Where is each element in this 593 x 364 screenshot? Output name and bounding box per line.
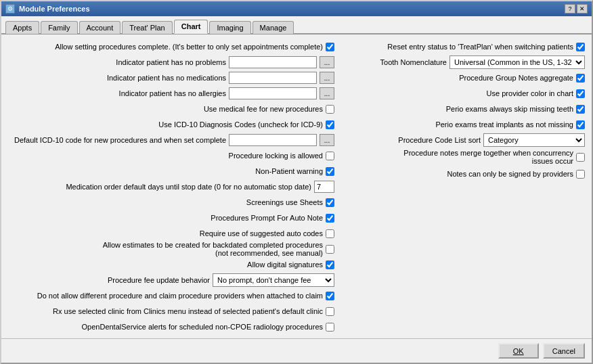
label-opendentalservice-alerts: OpenDentalService alerts for scheduled n… (82, 323, 323, 331)
checkbox-perio-skip-missing[interactable] (576, 105, 585, 114)
input-indicator-no-medications[interactable] (229, 72, 317, 84)
select-procedure-code-list-sort[interactable]: Category Procedure Code Description (483, 133, 585, 147)
label-tooth-nomenclature: Tooth Nomenclature (380, 58, 447, 66)
label-allow-setting-procedures: Allow setting procedures complete. (It's… (55, 43, 323, 51)
label-notes-signed-by-providers: Notes can only be signed by providers (447, 170, 574, 178)
app-icon: ⚙ (5, 4, 15, 14)
select-fee-update-behavior[interactable]: No prompt, don't change fee Prompt to up… (213, 273, 334, 287)
browse-no-allergies[interactable]: ... (320, 87, 334, 99)
label-procedure-code-list-sort: Procedure Code List sort (398, 136, 481, 144)
checkbox-procedures-prompt-autonote[interactable] (326, 214, 334, 223)
ok-button[interactable]: OK (498, 343, 539, 359)
checkbox-digital-signatures[interactable] (326, 260, 334, 269)
input-indicator-no-allergies[interactable] (229, 87, 317, 99)
row-allow-setting-procedures: Allow setting procedures complete. (It's… (8, 40, 334, 53)
row-procedure-code-list-sort: Procedure Code List sort Category Proced… (341, 133, 585, 147)
tab-account[interactable]: Account (79, 21, 121, 34)
row-procedure-notes-merge: Procedure notes merge together when conc… (341, 149, 585, 165)
row-fee-update-behavior: Procedure fee update behavior No prompt,… (8, 273, 334, 287)
row-medical-fee: Use medical fee for new procedures (8, 102, 334, 116)
label-procedure-notes-merge: Procedure notes merge together when conc… (391, 149, 573, 165)
label-medication-days: Medication order default days until stop… (66, 183, 311, 191)
row-notes-signed-by-providers: Notes can only be signed by providers (341, 167, 585, 181)
browse-no-medications[interactable]: ... (320, 72, 334, 84)
title-bar-left: ⚙ Module Preferences (5, 4, 90, 14)
label-icd10: Use ICD-10 Diagnosis Codes (uncheck for … (158, 120, 323, 129)
checkbox-non-patient-warning[interactable] (326, 167, 334, 176)
label-non-patient-warning: Non-Patient warning (255, 167, 323, 175)
label-indicator-no-allergies: Indicator patient has no allergies (119, 89, 226, 97)
left-panel: Allow setting procedures complete. (It's… (8, 40, 334, 333)
row-non-patient-warning: Non-Patient warning (8, 164, 334, 178)
row-require-auto-codes: Require use of suggested auto codes (8, 227, 334, 240)
checkbox-allow-estimates-backdated[interactable] (326, 245, 334, 254)
title-bar-buttons: ? ✕ (565, 4, 588, 14)
row-icd10: Use ICD-10 Diagnosis Codes (uncheck for … (8, 118, 334, 131)
browse-default-icd10[interactable]: ... (320, 134, 334, 146)
checkbox-provider-color-chart[interactable] (576, 89, 585, 98)
row-no-different-procedure-providers: Do not allow different procedure and cla… (8, 289, 334, 302)
cancel-button[interactable]: Cancel (543, 343, 585, 359)
label-procedures-prompt-autonote: Procedures Prompt For Auto Note (211, 214, 323, 222)
checkbox-perio-implants-not-missing[interactable] (576, 120, 585, 129)
input-default-icd10[interactable] (229, 134, 317, 146)
input-indicator-no-problems[interactable] (229, 56, 317, 68)
tab-family[interactable]: Family (41, 21, 77, 34)
label-indicator-no-problems: Indicator patient has no problems (116, 58, 226, 66)
label-indicator-no-medications: Indicator patient has no medications (107, 74, 226, 82)
checkbox-medical-fee[interactable] (326, 105, 334, 114)
row-indicator-no-allergies: Indicator patient has no allergies ... (8, 87, 334, 100)
label-allow-estimates-backdated: Allow estimates to be created for backda… (103, 241, 323, 257)
label-rx-selected-clinic: Rx use selected clinic from Clinics menu… (53, 307, 323, 315)
label-perio-implants-not-missing: Perio exams treat implants as not missin… (435, 120, 573, 129)
row-screenings-sheets: Screenings use Sheets (8, 196, 334, 209)
tab-chart[interactable]: Chart (174, 20, 208, 34)
row-medication-days: Medication order default days until stop… (8, 180, 334, 194)
tab-manage[interactable]: Manage (252, 21, 294, 34)
checkbox-notes-signed-by-providers[interactable] (576, 170, 585, 179)
checkbox-procedure-notes-merge[interactable] (576, 153, 585, 162)
footer: OK Cancel (1, 338, 592, 363)
checkbox-procedure-group-notes[interactable] (576, 74, 585, 83)
label-require-auto-codes: Require use of suggested auto codes (200, 229, 323, 237)
title-bar: ⚙ Module Preferences ? ✕ (1, 1, 592, 16)
tab-treatplan[interactable]: Treat' Plan (122, 21, 172, 34)
help-button[interactable]: ? (565, 4, 575, 14)
label-digital-signatures: Allow digital signatures (247, 260, 323, 269)
label-medical-fee: Use medical fee for new procedures (204, 105, 323, 113)
label-procedure-group-notes: Procedure Group Notes aggregate (459, 74, 573, 82)
close-button[interactable]: ✕ (577, 4, 588, 14)
row-perio-skip-missing: Perio exams always skip missing teeth (341, 102, 585, 116)
row-rx-selected-clinic: Rx use selected clinic from Clinics menu… (8, 304, 334, 318)
label-default-icd10: Default ICD-10 code for new procedures a… (14, 136, 226, 144)
row-default-icd10: Default ICD-10 code for new procedures a… (8, 133, 334, 147)
checkbox-procedure-locking[interactable] (326, 152, 334, 160)
checkbox-rx-selected-clinic[interactable] (326, 307, 334, 316)
row-procedures-prompt-autonote: Procedures Prompt For Auto Note (8, 211, 334, 225)
label-procedure-locking: Procedure locking is allowed (229, 152, 323, 160)
checkbox-screenings-sheets[interactable] (326, 198, 334, 207)
checkbox-require-auto-codes[interactable] (326, 229, 334, 238)
browse-no-problems[interactable]: ... (320, 56, 334, 68)
label-no-different-procedure-providers: Do not allow different procedure and cla… (37, 292, 323, 300)
window-title: Module Preferences (19, 5, 90, 13)
checkbox-no-different-procedure-providers[interactable] (326, 292, 334, 300)
row-perio-implants-not-missing: Perio exams treat implants as not missin… (341, 118, 585, 131)
tab-appts[interactable]: Appts (5, 21, 39, 34)
select-tooth-nomenclature[interactable]: Universal (Common in the US, 1-32) Palme… (449, 55, 585, 69)
row-reset-entry-status: Reset entry status to 'TreatPlan' when s… (341, 40, 585, 53)
row-indicator-no-problems: Indicator patient has no problems ... (8, 55, 334, 69)
checkbox-allow-setting-procedures[interactable] (326, 43, 334, 51)
checkbox-reset-entry-status[interactable] (576, 43, 585, 51)
checkbox-opendentalservice-alerts[interactable] (326, 323, 334, 332)
content-area: Allow setting procedures complete. (It's… (1, 35, 592, 338)
label-fee-update-behavior: Procedure fee update behavior (108, 276, 210, 284)
tab-bar: Appts Family Account Treat' Plan Chart I… (1, 16, 592, 35)
label-reset-entry-status: Reset entry status to 'TreatPlan' when s… (387, 43, 573, 51)
row-opendentalservice-alerts: OpenDentalService alerts for scheduled n… (8, 320, 334, 334)
tab-imaging[interactable]: Imaging (209, 21, 250, 34)
checkbox-icd10[interactable] (326, 120, 334, 129)
row-provider-color-chart: Use provider color in chart (341, 87, 585, 100)
row-indicator-no-medications: Indicator patient has no medications ... (8, 71, 334, 85)
input-medication-days[interactable] (314, 181, 334, 193)
